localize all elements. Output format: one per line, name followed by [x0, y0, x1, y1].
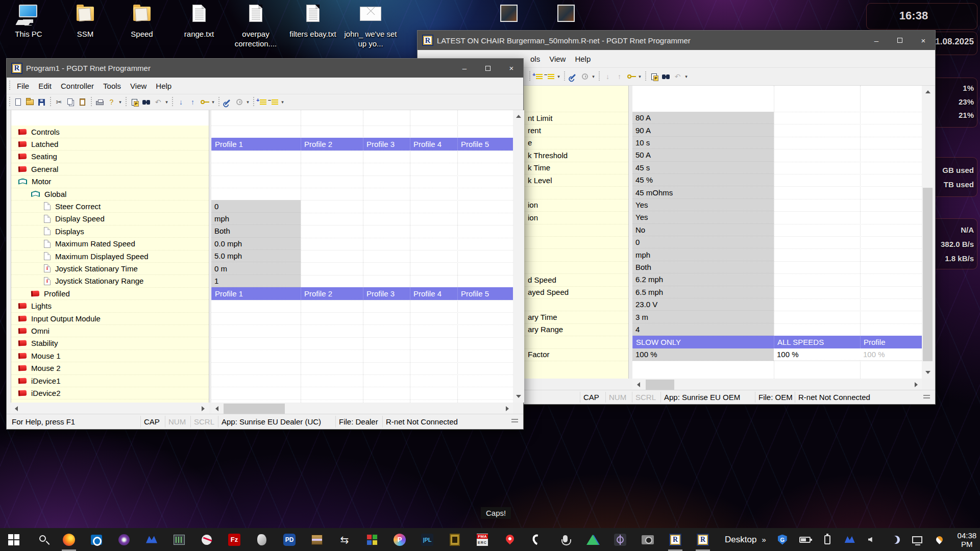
menu-tools[interactable]: Tools — [99, 82, 126, 90]
tree-item-lights[interactable]: Lights — [11, 300, 209, 313]
value-cell[interactable]: 100 % — [774, 348, 860, 361]
desktop-icon-thumb7[interactable] — [481, 4, 536, 26]
shield-icon[interactable] — [771, 528, 794, 551]
filezilla-icon[interactable]: Fz — [220, 528, 248, 551]
search-icon[interactable] — [28, 528, 55, 551]
remove-profile-icon[interactable] — [544, 71, 556, 82]
front-window-titlebar[interactable]: R Program1 - PGDT Rnet Programmer – × — [7, 59, 523, 78]
minimize-button[interactable]: – — [453, 59, 476, 78]
back-horizontal-scrollbar[interactable] — [632, 379, 922, 391]
menu-ols[interactable]: ols — [526, 55, 545, 63]
outlook-icon[interactable] — [83, 528, 110, 551]
add-profile-icon[interactable] — [256, 96, 268, 108]
taskbar-clock[interactable]: 04:38 PM — [954, 531, 980, 548]
tree-item-steer-correct[interactable]: Steer Correct — [11, 200, 209, 213]
tree-scroll-left-button[interactable] — [11, 403, 22, 415]
undo-icon[interactable]: ↶ — [152, 96, 164, 108]
read-from-chair-icon[interactable]: ↓ — [175, 96, 187, 108]
network-monitor-icon[interactable] — [906, 528, 928, 551]
battery-icon[interactable] — [794, 528, 816, 551]
dropdown-chevron-icon[interactable]: ▾ — [637, 71, 643, 82]
desktop-icon-this[interactable]: This PC — [1, 4, 56, 39]
menu-help[interactable]: Help — [151, 82, 176, 90]
profile-header-1[interactable]: Profile 1 — [211, 287, 301, 299]
value-cell[interactable]: 45 mOhms — [632, 186, 774, 198]
dropdown-chevron-icon[interactable]: ▾ — [591, 71, 596, 82]
values-scroll-right-button[interactable] — [502, 403, 513, 415]
mosaic-app-icon[interactable] — [358, 528, 386, 551]
tree-item-seating[interactable]: Seating — [11, 151, 209, 163]
prism-icon[interactable] — [579, 528, 606, 551]
menu-view[interactable]: View — [126, 82, 151, 90]
value-cell[interactable]: 90 A — [632, 124, 774, 136]
new-icon[interactable] — [12, 96, 24, 108]
profile-header-4[interactable]: Profile 4 — [410, 287, 457, 299]
paste-icon[interactable] — [77, 96, 88, 108]
menu-file[interactable]: File — [12, 82, 34, 90]
value-cell[interactable]: Both — [211, 225, 301, 237]
tree-item-maximum-rated-speed[interactable]: Maximum Rated Speed — [11, 238, 209, 251]
firefox-icon[interactable] — [55, 528, 83, 551]
dropdown-chevron-icon[interactable]: ▾ — [683, 71, 689, 82]
remove-profile-icon[interactable] — [268, 96, 280, 108]
menu-help[interactable]: Help — [570, 55, 595, 63]
value-cell[interactable]: Yes — [632, 211, 774, 223]
tor-browser-icon[interactable] — [110, 528, 138, 551]
value-cell[interactable]: 3 m — [632, 311, 774, 323]
value-cell[interactable]: Both — [632, 261, 774, 273]
crosshair-app-icon[interactable] — [606, 528, 634, 551]
tree-item-mouse-2[interactable]: Mouse 2 — [11, 362, 209, 375]
dropdown-chevron-icon[interactable]: ▾ — [210, 96, 216, 108]
satellite-tool-icon[interactable] — [193, 528, 220, 551]
fma-erc-icon[interactable] — [469, 528, 496, 551]
desktop-toolbar-label[interactable]: Desktop — [717, 535, 762, 545]
desktop-icon-ssm[interactable]: SSM — [58, 4, 113, 39]
dropdown-chevron-icon[interactable]: ▾ — [117, 96, 123, 108]
close-button[interactable]: × — [912, 31, 935, 50]
value-cell[interactable]: 100 % — [860, 348, 922, 361]
save-icon[interactable] — [36, 96, 47, 108]
desktop-icon-filters[interactable]: filters ebay.txt — [285, 4, 340, 39]
tree-item-general[interactable]: General — [11, 163, 209, 176]
archiver-icon[interactable] — [303, 528, 331, 551]
value-cell[interactable]: 0.0 mph — [211, 238, 301, 250]
value-cell[interactable]: mph — [211, 213, 301, 225]
menu-edit[interactable]: Edit — [34, 82, 56, 90]
key-icon[interactable] — [625, 71, 637, 82]
help-icon[interactable]: ? — [106, 96, 117, 108]
value-cell[interactable]: 4 — [632, 323, 774, 336]
timer-clock-icon[interactable] — [233, 96, 245, 108]
write-to-chair-icon[interactable]: ↑ — [614, 71, 625, 82]
read-from-chair-icon[interactable]: ↓ — [602, 71, 614, 82]
value-cell[interactable]: 0 m — [211, 262, 301, 274]
nordvpn-icon[interactable] — [138, 528, 165, 551]
settings-wrench-icon[interactable] — [222, 96, 233, 108]
photo-app-icon[interactable] — [386, 528, 413, 551]
value-cell[interactable]: 5.0 mph — [211, 250, 301, 262]
profile-header-2[interactable]: Profile 2 — [301, 287, 363, 299]
desktop-icon-thumb8[interactable] — [538, 4, 594, 26]
desktop-icon-john[interactable]: john_ we've set up yo... — [343, 4, 398, 48]
profile-header-4[interactable]: Profile 4 — [410, 138, 457, 150]
profile-header-5[interactable]: Profile 5 — [457, 138, 513, 150]
pd-app-icon[interactable]: PD — [276, 528, 303, 551]
tree-item-latched[interactable]: Latched — [11, 138, 209, 151]
program-pages-icon[interactable] — [648, 71, 660, 82]
utility-icon[interactable] — [248, 528, 276, 551]
settings-wrench-icon[interactable] — [567, 71, 579, 82]
values-scroll-left-button[interactable] — [211, 403, 223, 415]
print-icon[interactable] — [94, 96, 106, 108]
tree-horizontal-scrollbar[interactable] — [11, 403, 209, 415]
value-cell[interactable]: 50 A — [632, 149, 774, 161]
maximize-button[interactable] — [888, 31, 912, 50]
speed-header-2[interactable]: ALL SPEEDS — [774, 336, 860, 348]
tree-item-input-output-module[interactable]: Input Output Module — [11, 312, 209, 325]
resize-grip[interactable] — [511, 419, 518, 424]
value-cell[interactable]: 23.0 V — [632, 298, 774, 311]
back-scroll-left-button[interactable] — [632, 379, 644, 391]
chip-device-icon[interactable] — [165, 528, 193, 551]
rnet-programmer-icon-2[interactable]: R — [689, 528, 717, 551]
front-vertical-scrollbar[interactable] — [513, 110, 524, 403]
value-cell[interactable]: 45 % — [632, 174, 774, 186]
tree-item-display-speed[interactable]: Display Speed — [11, 213, 209, 226]
